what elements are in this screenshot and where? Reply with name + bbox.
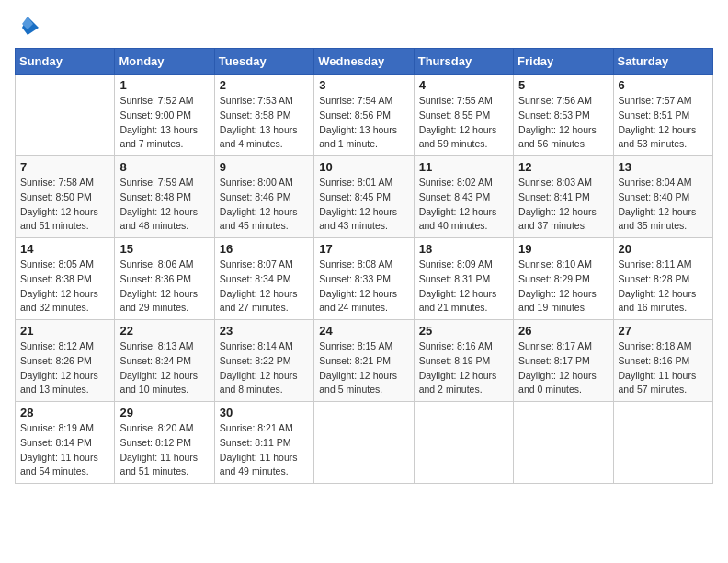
day-info: Sunrise: 8:19 AMSunset: 8:14 PMDaylight:… bbox=[20, 421, 109, 479]
day-info: Sunrise: 8:11 AMSunset: 8:28 PMDaylight:… bbox=[619, 258, 708, 316]
calendar-cell: 19Sunrise: 8:10 AMSunset: 8:29 PMDayligh… bbox=[514, 238, 613, 320]
calendar-cell: 15Sunrise: 8:06 AMSunset: 8:36 PMDayligh… bbox=[115, 238, 214, 320]
day-number: 28 bbox=[20, 406, 109, 419]
day-number: 9 bbox=[220, 160, 309, 174]
day-number: 18 bbox=[419, 242, 508, 256]
day-number: 19 bbox=[518, 242, 608, 256]
day-info: Sunrise: 7:52 AMSunset: 9:00 PMDaylight:… bbox=[119, 94, 209, 152]
calendar-table: SundayMondayTuesdayWednesdayThursdayFrid… bbox=[15, 48, 713, 484]
logo bbox=[15, 15, 44, 40]
day-info: Sunrise: 8:02 AMSunset: 8:43 PMDaylight:… bbox=[419, 176, 508, 234]
day-info: Sunrise: 8:16 AMSunset: 8:19 PMDaylight:… bbox=[419, 339, 508, 397]
day-info: Sunrise: 8:13 AMSunset: 8:24 PMDaylight:… bbox=[119, 339, 209, 397]
calendar-cell bbox=[613, 402, 712, 484]
day-number: 3 bbox=[319, 78, 408, 92]
day-info: Sunrise: 8:09 AMSunset: 8:31 PMDaylight:… bbox=[419, 258, 508, 316]
calendar-cell: 4Sunrise: 7:55 AMSunset: 8:55 PMDaylight… bbox=[414, 75, 513, 156]
calendar-cell: 1Sunrise: 7:52 AMSunset: 9:00 PMDaylight… bbox=[115, 75, 214, 156]
calendar-cell: 12Sunrise: 8:03 AMSunset: 8:41 PMDayligh… bbox=[514, 156, 613, 238]
calendar-cell: 8Sunrise: 7:59 AMSunset: 8:48 PMDaylight… bbox=[115, 156, 214, 238]
calendar-cell: 29Sunrise: 8:20 AMSunset: 8:12 PMDayligh… bbox=[115, 402, 214, 484]
day-info: Sunrise: 8:03 AMSunset: 8:41 PMDaylight:… bbox=[518, 176, 608, 234]
day-info: Sunrise: 7:53 AMSunset: 8:58 PMDaylight:… bbox=[220, 94, 309, 152]
day-info: Sunrise: 8:20 AMSunset: 8:12 PMDaylight:… bbox=[119, 421, 209, 479]
day-info: Sunrise: 7:56 AMSunset: 8:53 PMDaylight:… bbox=[518, 94, 608, 152]
day-info: Sunrise: 7:54 AMSunset: 8:56 PMDaylight:… bbox=[319, 94, 408, 152]
day-header-friday: Friday bbox=[514, 49, 613, 75]
calendar-cell: 24Sunrise: 8:15 AMSunset: 8:21 PMDayligh… bbox=[314, 320, 414, 402]
day-number: 7 bbox=[20, 160, 109, 174]
calendar-cell: 30Sunrise: 8:21 AMSunset: 8:11 PMDayligh… bbox=[214, 402, 313, 484]
day-info: Sunrise: 8:12 AMSunset: 8:26 PMDaylight:… bbox=[20, 339, 109, 397]
calendar-row: 7Sunrise: 7:58 AMSunset: 8:50 PMDaylight… bbox=[16, 156, 713, 238]
day-info: Sunrise: 8:06 AMSunset: 8:36 PMDaylight:… bbox=[119, 258, 209, 316]
day-number: 29 bbox=[119, 406, 209, 419]
calendar-cell: 22Sunrise: 8:13 AMSunset: 8:24 PMDayligh… bbox=[115, 320, 214, 402]
day-header-sunday: Sunday bbox=[16, 49, 115, 75]
calendar-cell: 27Sunrise: 8:18 AMSunset: 8:16 PMDayligh… bbox=[613, 320, 712, 402]
day-info: Sunrise: 8:18 AMSunset: 8:16 PMDaylight:… bbox=[619, 339, 708, 397]
calendar-cell bbox=[16, 75, 115, 156]
day-number: 4 bbox=[419, 78, 508, 92]
logo-icon bbox=[15, 15, 40, 40]
calendar-cell: 23Sunrise: 8:14 AMSunset: 8:22 PMDayligh… bbox=[214, 320, 313, 402]
day-number: 10 bbox=[319, 160, 408, 174]
day-info: Sunrise: 8:14 AMSunset: 8:22 PMDaylight:… bbox=[220, 339, 309, 397]
calendar-cell: 26Sunrise: 8:17 AMSunset: 8:17 PMDayligh… bbox=[514, 320, 613, 402]
day-info: Sunrise: 8:08 AMSunset: 8:33 PMDaylight:… bbox=[319, 258, 408, 316]
day-info: Sunrise: 8:01 AMSunset: 8:45 PMDaylight:… bbox=[319, 176, 408, 234]
calendar-cell: 5Sunrise: 7:56 AMSunset: 8:53 PMDaylight… bbox=[514, 75, 613, 156]
day-info: Sunrise: 7:59 AMSunset: 8:48 PMDaylight:… bbox=[119, 176, 209, 234]
day-number: 16 bbox=[220, 242, 309, 256]
calendar-cell bbox=[514, 402, 613, 484]
day-number: 22 bbox=[119, 324, 209, 338]
day-info: Sunrise: 8:07 AMSunset: 8:34 PMDaylight:… bbox=[220, 258, 309, 316]
day-number: 11 bbox=[419, 160, 508, 174]
day-number: 21 bbox=[20, 324, 109, 338]
calendar-cell: 10Sunrise: 8:01 AMSunset: 8:45 PMDayligh… bbox=[314, 156, 414, 238]
calendar-cell: 6Sunrise: 7:57 AMSunset: 8:51 PMDaylight… bbox=[613, 75, 712, 156]
day-info: Sunrise: 8:15 AMSunset: 8:21 PMDaylight:… bbox=[319, 339, 408, 397]
calendar-row: 1Sunrise: 7:52 AMSunset: 9:00 PMDaylight… bbox=[16, 75, 713, 156]
day-header-thursday: Thursday bbox=[414, 49, 513, 75]
day-number: 23 bbox=[220, 324, 309, 338]
day-number: 30 bbox=[220, 406, 309, 419]
calendar-row: 14Sunrise: 8:05 AMSunset: 8:38 PMDayligh… bbox=[16, 238, 713, 320]
calendar-row: 21Sunrise: 8:12 AMSunset: 8:26 PMDayligh… bbox=[16, 320, 713, 402]
day-number: 2 bbox=[220, 78, 309, 92]
day-info: Sunrise: 7:57 AMSunset: 8:51 PMDaylight:… bbox=[619, 94, 708, 152]
day-number: 25 bbox=[419, 324, 508, 338]
day-number: 14 bbox=[20, 242, 109, 256]
calendar-cell: 9Sunrise: 8:00 AMSunset: 8:46 PMDaylight… bbox=[214, 156, 313, 238]
calendar-row: 28Sunrise: 8:19 AMSunset: 8:14 PMDayligh… bbox=[16, 402, 713, 484]
day-number: 27 bbox=[619, 324, 708, 338]
day-info: Sunrise: 8:21 AMSunset: 8:11 PMDaylight:… bbox=[220, 421, 309, 479]
calendar-cell: 3Sunrise: 7:54 AMSunset: 8:56 PMDaylight… bbox=[314, 75, 414, 156]
calendar-cell: 16Sunrise: 8:07 AMSunset: 8:34 PMDayligh… bbox=[214, 238, 313, 320]
day-number: 17 bbox=[319, 242, 408, 256]
calendar-cell bbox=[414, 402, 513, 484]
calendar-cell: 7Sunrise: 7:58 AMSunset: 8:50 PMDaylight… bbox=[16, 156, 115, 238]
day-number: 12 bbox=[518, 160, 608, 174]
calendar-cell: 11Sunrise: 8:02 AMSunset: 8:43 PMDayligh… bbox=[414, 156, 513, 238]
calendar-cell: 18Sunrise: 8:09 AMSunset: 8:31 PMDayligh… bbox=[414, 238, 513, 320]
day-info: Sunrise: 8:10 AMSunset: 8:29 PMDaylight:… bbox=[518, 258, 608, 316]
day-info: Sunrise: 8:17 AMSunset: 8:17 PMDaylight:… bbox=[518, 339, 608, 397]
day-header-wednesday: Wednesday bbox=[314, 49, 414, 75]
day-header-monday: Monday bbox=[115, 49, 214, 75]
header bbox=[15, 15, 713, 40]
calendar-cell: 21Sunrise: 8:12 AMSunset: 8:26 PMDayligh… bbox=[16, 320, 115, 402]
day-info: Sunrise: 8:05 AMSunset: 8:38 PMDaylight:… bbox=[20, 258, 109, 316]
day-info: Sunrise: 7:58 AMSunset: 8:50 PMDaylight:… bbox=[20, 176, 109, 234]
day-info: Sunrise: 8:00 AMSunset: 8:46 PMDaylight:… bbox=[220, 176, 309, 234]
calendar-cell: 28Sunrise: 8:19 AMSunset: 8:14 PMDayligh… bbox=[16, 402, 115, 484]
day-number: 24 bbox=[319, 324, 408, 338]
day-number: 5 bbox=[518, 78, 608, 92]
day-number: 13 bbox=[619, 160, 708, 174]
day-info: Sunrise: 7:55 AMSunset: 8:55 PMDaylight:… bbox=[419, 94, 508, 152]
day-number: 8 bbox=[119, 160, 209, 174]
calendar-cell: 25Sunrise: 8:16 AMSunset: 8:19 PMDayligh… bbox=[414, 320, 513, 402]
day-number: 26 bbox=[518, 324, 608, 338]
calendar-cell: 17Sunrise: 8:08 AMSunset: 8:33 PMDayligh… bbox=[314, 238, 414, 320]
day-number: 20 bbox=[619, 242, 708, 256]
